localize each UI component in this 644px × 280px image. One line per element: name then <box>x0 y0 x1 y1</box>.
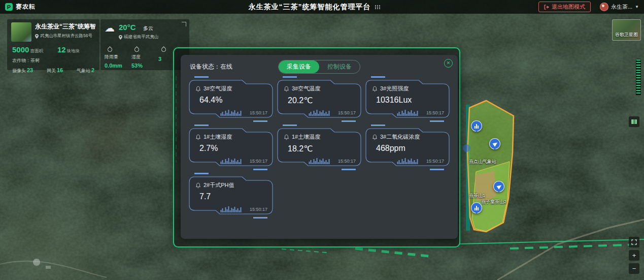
map-label: 燕子窠茶山2 <box>481 199 506 205</box>
sensor-name: 3#空气温度 <box>292 85 320 92</box>
layers-icon <box>631 119 637 124</box>
layer-button-label: 谷歌卫星图 <box>613 32 640 38</box>
sensor-value: 7.7 <box>199 192 211 201</box>
sensor-card[interactable]: 3#二氧化碳浓度 468ppm 15:50:17 <box>365 128 450 167</box>
device-status-modal: 设备状态：在线 采集设备 控制设备 ✕ 3#空气湿度 64.4% 15:50:1… <box>181 55 458 239</box>
sensor-name: 1#土壤温度 <box>292 133 320 141</box>
sensor-card[interactable]: 2#干式PH值 7.7 15:50:17 <box>188 176 274 215</box>
humidity-icon <box>133 46 140 53</box>
area-stat: 5000亩面积 <box>12 45 43 54</box>
sensor-value: 64.4% <box>199 96 222 105</box>
farm-address: 武夷山市星村镇齐云路56号 <box>35 33 95 39</box>
crop-info: 农作物：茶树 <box>12 57 95 64</box>
station-marker[interactable] <box>471 120 482 132</box>
navigate-icon <box>496 183 502 190</box>
zoom-out-button[interactable]: − <box>629 263 639 274</box>
chevron-down-icon: ▼ <box>635 5 639 9</box>
apps-grid-icon[interactable] <box>375 5 381 9</box>
tab-collect-devices[interactable]: 采集设备 <box>279 60 319 73</box>
mini-bar-chart-icon <box>221 158 242 164</box>
sensor-timestamp: 15:50:17 <box>426 159 444 164</box>
mini-bar-chart-icon <box>309 158 330 164</box>
map-label: 燕点山气象站 <box>469 159 496 165</box>
exit-icon <box>544 5 549 10</box>
plots-stat: 12块地块 <box>57 45 80 54</box>
mini-bar-chart-icon <box>397 109 418 116</box>
farm-thumbnail <box>11 22 31 42</box>
sensor-timestamp: 15:50:17 <box>250 159 267 164</box>
user-menu[interactable]: 永生茶... ▼ <box>600 3 639 11</box>
device-tabs: 采集设备 控制设备 <box>278 60 360 74</box>
logo-text: 赛农耘 <box>16 3 36 11</box>
map-dashboard: P 赛农耘 永生茶业“三茶”统筹智能化管理平台 退出地图模式 永生茶... ▼ <box>0 0 644 280</box>
zoom-level-slider[interactable] <box>636 59 641 96</box>
weather-location: 福建省南平武夷山 <box>119 34 158 40</box>
tab-control-devices[interactable]: 控制设备 <box>319 60 360 73</box>
logo-icon: P <box>5 3 13 11</box>
expand-icon[interactable] <box>182 22 186 26</box>
sensor-timestamp: 15:50:17 <box>426 110 444 115</box>
sensor-card[interactable]: 3#光照强度 10316Lux 15:50:17 <box>365 79 450 119</box>
sensor-grid: 3#空气湿度 64.4% 15:50:17 3#空气温度 20.2℃ 15:50… <box>181 78 458 215</box>
sensor-name: 3#二氧化碳浓度 <box>380 133 420 141</box>
sensor-timestamp: 15:50:17 <box>338 159 356 164</box>
layer-switch-button[interactable]: 谷歌卫星图 <box>612 19 641 41</box>
sensor-name: 1#土壤湿度 <box>204 133 232 141</box>
bell-icon <box>195 134 201 140</box>
gateway-count: 网关16 <box>47 67 63 74</box>
sensor-timestamp: 15:50:17 <box>250 110 267 115</box>
fullscreen-button[interactable] <box>629 237 639 247</box>
location-pin-icon <box>35 34 39 39</box>
farm-info-card[interactable]: 永生茶业“三茶”统筹智能... 武夷山市星村镇齐云路56号 5000亩面积 12… <box>7 19 99 70</box>
rainfall-metric: 降雨量 0.0mm <box>105 46 131 69</box>
fullscreen-icon <box>631 239 637 245</box>
bell-icon <box>195 86 201 92</box>
mini-bar-chart-icon <box>221 206 242 212</box>
bell-icon <box>284 86 289 92</box>
rainfall-icon <box>107 46 113 53</box>
temperature: 20°C <box>119 23 136 32</box>
navigate-marker[interactable] <box>489 138 500 149</box>
sensor-name: 3#空气湿度 <box>204 85 232 92</box>
avatar <box>600 3 608 11</box>
map-marker[interactable] <box>463 144 470 152</box>
sensor-value: 468ppm <box>376 144 405 153</box>
navigate-marker[interactable] <box>493 181 504 192</box>
sensor-timestamp: 15:50:17 <box>338 110 356 115</box>
metric-icon <box>160 46 167 53</box>
sensor-card[interactable]: 3#空气湿度 64.4% 15:50:17 <box>188 79 274 119</box>
bell-icon <box>372 134 378 140</box>
sensor-card[interactable]: 1#土壤温度 18.2℃ 15:50:17 <box>277 128 362 167</box>
sensor-name: 3#光照强度 <box>380 85 409 92</box>
page-title: 永生茶业“三茶”统筹智能化管理平台 <box>249 3 371 12</box>
top-header: P 赛农耘 永生茶业“三茶”统筹智能化管理平台 退出地图模式 永生茶... ▼ <box>0 0 644 14</box>
zoom-in-button[interactable]: + <box>629 250 639 261</box>
sensor-card[interactable]: 1#土壤湿度 2.7% 15:50:17 <box>188 128 274 167</box>
cloud-icon: ☁ <box>105 23 115 33</box>
user-name: 永生茶... <box>611 3 632 11</box>
sensor-value: 18.2℃ <box>288 144 313 153</box>
weather-condition: 多云 <box>143 25 153 31</box>
station-marker[interactable] <box>471 202 482 213</box>
station-icon <box>474 124 479 129</box>
sensor-name: 2#干式PH值 <box>204 181 234 189</box>
weather-station-count: 气象站2 <box>77 67 94 74</box>
station-icon <box>474 206 479 210</box>
sensor-value: 20.2℃ <box>288 96 313 105</box>
bell-icon <box>195 182 201 189</box>
mini-bar-chart-icon <box>221 109 242 116</box>
layers-button[interactable] <box>629 116 639 127</box>
brand-logo[interactable]: P 赛农耘 <box>5 3 122 11</box>
status-value: 在线 <box>220 63 232 70</box>
bell-icon <box>372 86 378 92</box>
mini-bar-chart-icon <box>397 158 418 164</box>
humidity-metric: 湿度 53% <box>131 46 158 69</box>
mini-bar-chart-icon <box>309 109 330 116</box>
exit-map-mode-button[interactable]: 退出地图模式 <box>538 2 591 12</box>
sensor-value: 10316Lux <box>376 96 412 105</box>
close-icon[interactable]: ✕ <box>444 59 453 68</box>
sensor-card[interactable]: 3#空气温度 20.2℃ 15:50:17 <box>277 79 362 119</box>
farm-title: 永生茶业“三茶”统筹智能... <box>35 22 95 31</box>
location-pin-icon <box>119 35 122 40</box>
device-status: 设备状态：在线 <box>190 63 232 71</box>
